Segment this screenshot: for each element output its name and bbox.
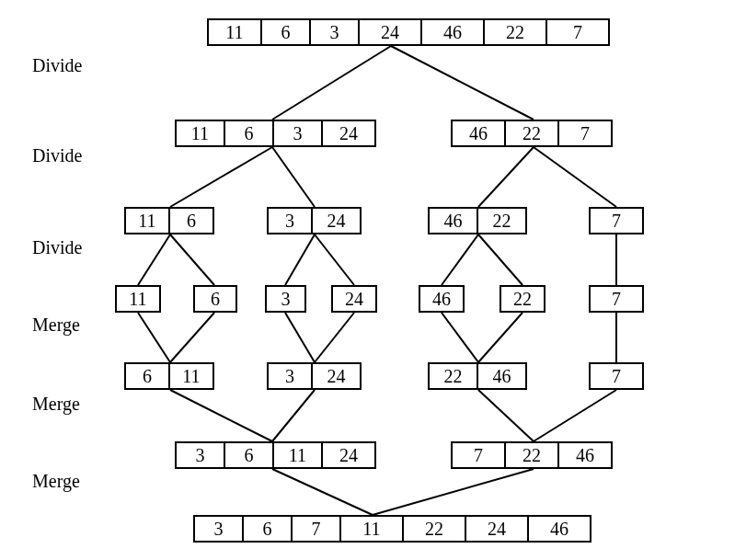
cell: 6 [242,515,293,543]
cell: 6 [168,207,214,234]
connector-lines [0,0,735,560]
cell: 24 [321,120,376,147]
cell: 24 [331,285,377,313]
svg-line-14 [170,313,214,362]
cell: 22 [402,515,466,543]
svg-line-22 [478,390,534,441]
label-merge-3: Merge [32,471,80,492]
svg-line-24 [272,469,373,515]
cell: 3 [267,362,313,390]
cell: 11 [272,441,323,469]
cell: 6 [224,120,274,147]
svg-line-21 [272,390,315,441]
cell: 3 [175,441,225,469]
label-divide-1: Divide [32,55,82,76]
cell: 46 [527,515,591,543]
cell: 22 [500,285,546,313]
cell: 7 [589,362,644,390]
cell: 7 [546,18,610,46]
cell: 46 [477,362,527,390]
cell: 3 [193,515,244,543]
svg-line-16 [315,313,354,362]
cell: 6 [124,362,170,390]
cell: 22 [483,18,547,46]
cell: 11 [207,18,262,46]
cell: 7 [589,207,644,234]
cell: 3 [272,120,323,147]
cell: 24 [321,441,376,469]
svg-line-0 [272,46,391,120]
cell: 46 [428,207,478,234]
cell: 11 [175,120,225,147]
svg-line-2 [170,147,272,207]
cell: 3 [267,207,313,234]
svg-line-5 [534,147,616,207]
svg-line-23 [534,390,616,441]
label-divide-2: Divide [32,145,82,166]
svg-line-7 [170,234,214,285]
svg-line-13 [138,313,170,362]
cell: 11 [168,362,214,390]
svg-line-1 [391,46,534,120]
svg-line-4 [478,147,534,207]
svg-line-25 [373,469,534,515]
cell: 3 [265,285,306,313]
cell: 24 [311,207,362,234]
svg-line-8 [285,234,315,285]
cell: 22 [428,362,478,390]
cell: 3 [309,18,360,46]
svg-line-18 [478,313,523,362]
cell: 7 [589,285,644,313]
cell: 22 [504,441,559,469]
cell: 7 [557,120,613,147]
label-merge-1: Merge [32,314,80,336]
cell: 11 [339,515,404,543]
label-merge-2: Merge [32,394,80,415]
cell: 6 [193,285,237,313]
cell: 22 [477,207,527,234]
svg-line-3 [272,147,315,207]
cell: 11 [124,207,170,234]
cell: 24 [311,362,362,390]
svg-line-17 [442,313,478,362]
mergesort-diagram: Divide Divide Divide Merge Merge Merge 1… [0,0,735,560]
svg-line-10 [442,234,478,285]
cell: 46 [451,120,506,147]
svg-line-11 [478,234,523,285]
svg-line-20 [170,390,272,441]
cell: 24 [465,515,529,543]
svg-line-9 [315,234,354,285]
svg-line-15 [285,313,315,362]
cell: 6 [224,441,274,469]
cell: 46 [557,441,613,469]
cell: 46 [419,285,465,313]
cell: 11 [115,285,161,313]
cell: 22 [504,120,559,147]
cell: 6 [260,18,311,46]
cell: 7 [451,441,506,469]
svg-line-6 [138,234,170,285]
cell: 46 [420,18,485,46]
cell: 24 [358,18,422,46]
cell: 7 [291,515,341,543]
label-divide-3: Divide [32,237,82,258]
